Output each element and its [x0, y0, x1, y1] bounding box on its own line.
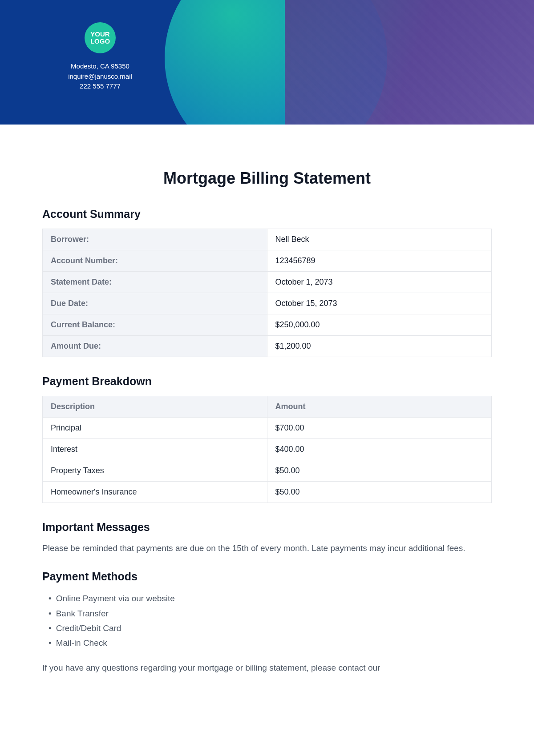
summary-label: Borrower:: [43, 229, 267, 250]
summary-value: $1,200.00: [267, 336, 492, 357]
list-item: Bank Transfer: [49, 606, 492, 621]
summary-label: Amount Due:: [43, 336, 267, 357]
col-amount: Amount: [267, 396, 492, 418]
summary-label: Statement Date:: [43, 272, 267, 293]
important-messages-heading: Important Messages: [42, 521, 492, 534]
document-header: YOUR LOGO Modesto, CA 95350 inquire@janu…: [0, 0, 534, 125]
payment-breakdown-table: Description Amount Principal$700.00Inter…: [42, 396, 492, 503]
summary-label: Current Balance:: [43, 314, 267, 336]
company-email: inquire@janusco.mail: [67, 72, 134, 82]
breakdown-amount: $50.00: [267, 460, 492, 482]
payment-breakdown-heading: Payment Breakdown: [42, 375, 492, 388]
breakdown-description: Principal: [43, 418, 267, 439]
account-summary-heading: Account Summary: [42, 208, 492, 221]
breakdown-amount: $400.00: [267, 439, 492, 460]
table-row: Interest$400.00: [43, 439, 492, 460]
table-row: Homeowner's Insurance$50.00: [43, 482, 492, 503]
table-row: Amount Due:$1,200.00: [43, 336, 492, 357]
breakdown-description: Property Taxes: [43, 460, 267, 482]
payment-methods-list: Online Payment via our websiteBank Trans…: [42, 591, 492, 650]
summary-label: Due Date:: [43, 293, 267, 314]
list-item: Online Payment via our website: [49, 591, 492, 606]
summary-value: October 1, 2073: [267, 272, 492, 293]
summary-value: Nell Beck: [267, 229, 492, 250]
breakdown-description: Interest: [43, 439, 267, 460]
table-row: Current Balance:$250,000.00: [43, 314, 492, 336]
important-messages-text: Please be reminded that payments are due…: [42, 542, 492, 555]
company-phone: 222 555 7777: [67, 81, 134, 92]
breakdown-description: Homeowner's Insurance: [43, 482, 267, 503]
table-row: Statement Date:October 1, 2073: [43, 272, 492, 293]
summary-label: Account Number:: [43, 250, 267, 272]
company-address: Modesto, CA 95350: [67, 61, 134, 72]
table-row: Borrower:Nell Beck: [43, 229, 492, 250]
summary-value: 123456789: [267, 250, 492, 272]
company-contact: Modesto, CA 95350 inquire@janusco.mail 2…: [67, 61, 134, 92]
table-row: Property Taxes$50.00: [43, 460, 492, 482]
list-item: Credit/Debit Card: [49, 621, 492, 635]
logo-placeholder: YOUR LOGO: [85, 22, 116, 53]
logo-text: YOUR LOGO: [85, 31, 116, 45]
header-company-block: YOUR LOGO Modesto, CA 95350 inquire@janu…: [0, 0, 134, 92]
document-title: Mortgage Billing Statement: [42, 169, 492, 188]
footer-note-partial: If you have any questions regarding your…: [42, 661, 492, 674]
account-summary-table: Borrower:Nell BeckAccount Number:1234567…: [42, 229, 492, 357]
table-row: Due Date:October 15, 2073: [43, 293, 492, 314]
summary-value: October 15, 2073: [267, 293, 492, 314]
col-description: Description: [43, 396, 267, 418]
table-row: Account Number:123456789: [43, 250, 492, 272]
breakdown-amount: $50.00: [267, 482, 492, 503]
list-item: Mail-in Check: [49, 635, 492, 650]
document-body: Mortgage Billing Statement Account Summa…: [0, 125, 534, 708]
summary-value: $250,000.00: [267, 314, 492, 336]
table-row: Principal$700.00: [43, 418, 492, 439]
breakdown-amount: $700.00: [267, 418, 492, 439]
payment-methods-heading: Payment Methods: [42, 570, 492, 583]
